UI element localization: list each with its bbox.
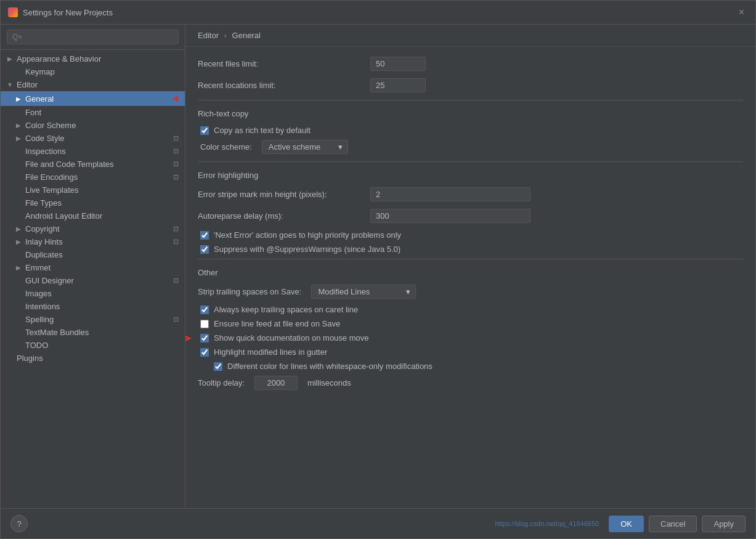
modified-icon: ⊡ (171, 238, 180, 246)
ensure-line-feed-checkbox[interactable] (200, 320, 209, 328)
apply-button[interactable]: Apply (702, 516, 746, 532)
highlight-modified-row: Highlight modified lines in gutter (198, 347, 743, 357)
error-highlighting-title: Error highlighting (198, 171, 743, 180)
always-keep-trailing-checkbox[interactable] (200, 306, 209, 314)
next-error-checkbox[interactable] (200, 231, 209, 240)
divider-3 (198, 259, 743, 259)
sidebar-item-file-types[interactable]: ▶ File Types (1, 197, 185, 209)
sidebar-item-live-templates[interactable]: ▶ Live Templates (1, 184, 185, 197)
sidebar-item-general[interactable]: ▶ General ◄ (1, 91, 185, 106)
arrow-icon: ▶ (14, 225, 23, 233)
close-button[interactable]: × (735, 6, 748, 19)
breadcrumb-separator: › (224, 31, 227, 40)
title-bar-left: Settings for New Projects (8, 7, 113, 17)
dropdown-arrow-icon: ▾ (338, 142, 343, 152)
different-color-row: Different color for lines with whitespac… (198, 362, 743, 371)
sidebar-item-color-scheme[interactable]: ▶ Color Scheme (1, 119, 185, 132)
show-quick-doc-row: ➤ Show quick documentation on mouse move (198, 333, 743, 342)
next-error-row: 'Next Error' action goes to high priorit… (198, 230, 743, 240)
different-color-label: Different color for lines with whitespac… (227, 362, 433, 371)
sidebar-item-duplicates[interactable]: ▶ Duplicates (1, 248, 185, 261)
highlight-modified-label: Highlight modified lines in gutter (214, 347, 327, 357)
title-bar: Settings for New Projects × (1, 1, 755, 25)
sidebar: ▶ Appearance & Behavior ▶ Keymap ▼ Edito… (1, 25, 185, 508)
strip-trailing-dropdown[interactable]: Modified Lines ▾ (311, 285, 416, 299)
tooltip-delay-row: Tooltip delay: milliseconds (198, 376, 743, 390)
sidebar-item-inlay-hints[interactable]: ▶ Inlay Hints ⊡ (1, 235, 185, 248)
always-keep-trailing-label: Always keep trailing spaces on caret lin… (214, 305, 358, 314)
sidebar-item-inspections[interactable]: ▶ Inspections ⊡ (1, 145, 185, 158)
sidebar-item-copyright[interactable]: ▶ Copyright ⊡ (1, 222, 185, 235)
ok-button[interactable]: OK (609, 516, 644, 532)
sidebar-item-editor[interactable]: ▼ Editor (1, 78, 185, 91)
sidebar-item-label: Spelling (25, 315, 171, 324)
strip-trailing-value: Modified Lines (318, 287, 370, 296)
color-scheme-dropdown[interactable]: Active scheme ▾ (262, 140, 348, 154)
divider-2 (198, 161, 743, 162)
divider-1 (198, 100, 743, 100)
recent-files-label: Recent files limit: (198, 59, 370, 68)
show-quick-doc-label: Show quick documentation on mouse move (214, 333, 368, 342)
recent-locations-row: Recent locations limit: (198, 78, 743, 92)
sidebar-item-images[interactable]: ▶ Images (1, 287, 185, 300)
show-quick-doc-checkbox[interactable] (200, 334, 209, 342)
sidebar-item-file-encodings[interactable]: ▶ File Encodings ⊡ (1, 171, 185, 184)
help-button[interactable]: ? (10, 515, 28, 532)
sidebar-item-label: Keymap (25, 67, 180, 76)
sidebar-item-textmate-bundles[interactable]: ▶ TextMate Bundles (1, 326, 185, 339)
suppress-row: Suppress with @SuppressWarnings (since J… (198, 245, 743, 254)
recent-files-input[interactable] (370, 57, 426, 71)
suppress-checkbox[interactable] (200, 245, 209, 254)
modified-icon: ⊡ (171, 277, 180, 285)
sidebar-item-label: General (25, 94, 168, 103)
copy-rich-text-checkbox[interactable] (200, 126, 209, 135)
autoreparse-input[interactable] (370, 209, 530, 223)
sidebar-item-gui-designer[interactable]: ▶ GUI Designer ⊡ (1, 274, 185, 287)
highlight-modified-checkbox[interactable] (200, 348, 209, 357)
recent-locations-input[interactable] (370, 78, 426, 92)
sidebar-item-label: Emmet (25, 263, 180, 272)
main-content: Editor › General Recent files limit: Rec… (185, 25, 755, 508)
sidebar-item-code-style[interactable]: ▶ Code Style ⊡ (1, 132, 185, 145)
sidebar-item-label: Inlay Hints (25, 237, 171, 246)
sidebar-item-label: Copyright (25, 224, 171, 233)
sidebar-item-keymap[interactable]: ▶ Keymap (1, 65, 185, 78)
sidebar-item-spelling[interactable]: ▶ Spelling ⊡ (1, 313, 185, 326)
different-color-checkbox[interactable] (214, 362, 222, 371)
arrow-icon: ▶ (14, 238, 23, 246)
arrow-icon: ▶ (14, 121, 23, 130)
color-scheme-row: Color scheme: Active scheme ▾ (200, 140, 743, 154)
window-title: Settings for New Projects (23, 8, 113, 17)
sidebar-item-plugins[interactable]: ▶ Plugins (1, 352, 185, 365)
sidebar-item-label: File Types (25, 198, 180, 208)
search-input[interactable] (7, 30, 179, 44)
sidebar-item-file-code-templates[interactable]: ▶ File and Code Templates ⊡ (1, 158, 185, 171)
tooltip-delay-label: Tooltip delay: (198, 378, 245, 387)
color-scheme-value: Active scheme (269, 142, 321, 152)
cancel-button[interactable]: Cancel (649, 516, 697, 532)
red-arrow-icon: ◄ (170, 93, 180, 104)
dialog-footer: ? https://blog.csdn.net/qq_41646650 OK C… (1, 508, 755, 538)
sidebar-item-label: Inspections (25, 147, 171, 156)
sidebar-item-label: Plugins (17, 354, 180, 363)
sidebar-item-label: Font (25, 108, 180, 117)
arrow-icon: ▶ (14, 94, 23, 103)
sidebar-item-label: Duplicates (25, 250, 180, 259)
settings-dialog: Settings for New Projects × ▶ Appearance… (0, 0, 756, 539)
sidebar-item-label: Color Scheme (25, 121, 180, 130)
breadcrumb-part2: General (232, 31, 261, 40)
tooltip-delay-unit: milliseconds (307, 378, 351, 387)
sidebar-item-appearance[interactable]: ▶ Appearance & Behavior (1, 52, 185, 65)
autoreparse-row: Autoreparse delay (ms): (198, 209, 743, 223)
sidebar-item-emmet[interactable]: ▶ Emmet (1, 261, 185, 274)
sidebar-item-todo[interactable]: ▶ TODO (1, 339, 185, 352)
next-error-label: 'Next Error' action goes to high priorit… (214, 230, 401, 240)
tooltip-delay-input[interactable] (254, 376, 298, 390)
sidebar-item-font[interactable]: ▶ Font (1, 106, 185, 119)
sidebar-item-intentions[interactable]: ▶ Intentions (1, 300, 185, 313)
sidebar-item-android-layout-editor[interactable]: ▶ Android Layout Editor (1, 209, 185, 222)
copy-rich-text-label: Copy as rich text by default (214, 126, 311, 135)
red-arrow-show-quick-doc: ➤ (185, 331, 192, 345)
modified-icon: ⊡ (171, 225, 180, 233)
stripe-mark-input[interactable] (370, 187, 530, 201)
